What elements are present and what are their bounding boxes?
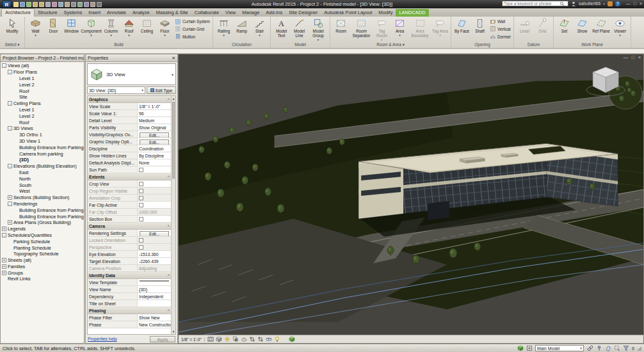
tree-item-east[interactable]: East — [1, 170, 84, 176]
application-menu-button[interactable]: R — [2, 1, 12, 8]
property-value[interactable] — [138, 300, 171, 307]
drawing-area[interactable]: —□× 1/8" = 1'-0" — [178, 54, 644, 344]
measure-icon[interactable] — [52, 2, 57, 7]
tree-item-building-entrance-from-parking-lot[interactable]: Building Entrance from Parking Lot — [1, 213, 84, 220]
mullion-button[interactable]: Mullion — [175, 33, 210, 40]
scrollbar-thumb[interactable] — [172, 102, 175, 179]
modify-button[interactable]: Modify — [2, 17, 22, 41]
tree-item-floor-plans[interactable]: -Floor Plans — [1, 69, 84, 76]
wall-button[interactable]: Wall — [490, 18, 511, 25]
property-value[interactable]: Medium — [138, 117, 171, 124]
tree-item-renderings[interactable]: -Renderings — [1, 201, 84, 207]
filter-icon[interactable] — [622, 345, 629, 352]
edit-type-button[interactable]: Edit Type — [147, 86, 176, 94]
panel-label-select[interactable]: Select ▾ — [0, 41, 24, 48]
view-selector-combo[interactable]: 3D View: {3D} ▾ — [87, 86, 145, 94]
tab-manage[interactable]: Manage — [239, 9, 262, 17]
tree-item-views-all[interactable]: -Views (all) — [1, 63, 84, 69]
collapse-icon[interactable]: - — [8, 101, 12, 106]
collapse-icon[interactable]: - — [8, 202, 12, 206]
model-line-button[interactable]: Model Line — [291, 17, 308, 41]
collapse-icon[interactable]: - — [8, 126, 12, 131]
expand-icon[interactable]: + — [2, 264, 6, 269]
tree-item-topography-schedule[interactable]: Topography Schedule — [1, 251, 84, 257]
tag-by-category-icon[interactable] — [65, 2, 70, 7]
view-minimize-icon[interactable]: — — [624, 55, 628, 60]
account-caret-icon[interactable]: ▾ — [603, 2, 605, 6]
window-button[interactable]: Window — [63, 17, 80, 41]
tree-item-level-2[interactable]: Level 2 — [1, 81, 84, 88]
collapse-section-icon[interactable]: ^ — [168, 175, 170, 179]
search-input[interactable] — [504, 1, 560, 6]
tree-item-building-entrance-from-parking-lo[interactable]: Building Entrance from Parking Lo — [1, 144, 84, 150]
crop-view-icon[interactable] — [248, 336, 256, 343]
default-3d-view-icon[interactable] — [77, 2, 83, 7]
tree-item-legends[interactable]: +Legends — [1, 226, 84, 232]
view-template-edit-button[interactable] — [140, 280, 169, 282]
component-button[interactable]: Component▾ — [81, 17, 102, 41]
select-pinned-elements-icon[interactable] — [595, 345, 602, 352]
sun-path-icon[interactable] — [223, 336, 231, 343]
tree-item-west[interactable]: West — [1, 188, 84, 195]
window-close-icon[interactable]: × — [640, 1, 642, 6]
property-value[interactable] — [138, 216, 171, 222]
floor-button[interactable]: Floor▾ — [156, 17, 173, 41]
panel-label-work-plane[interactable]: Work Plane — [554, 41, 631, 48]
tree-item-level-1[interactable]: Level 1 — [1, 76, 84, 82]
property-value[interactable] — [138, 279, 171, 285]
tab-insert[interactable]: Insert — [85, 9, 104, 17]
tree-item-north[interactable]: North — [1, 175, 84, 182]
communication-center-icon[interactable] — [608, 1, 613, 6]
tree-item-level-1[interactable]: Level 1 — [1, 107, 84, 113]
tree-item-south[interactable]: South — [1, 182, 84, 188]
property-value[interactable]: {3D} — [138, 286, 171, 292]
3d-scene[interactable] — [179, 54, 643, 335]
section-camera[interactable]: Camera^ — [88, 223, 171, 230]
expand-icon[interactable]: + — [2, 227, 6, 231]
property-value[interactable]: New Construction — [138, 321, 171, 328]
set-button[interactable]: Set — [556, 17, 573, 41]
property-value[interactable]: None — [138, 159, 171, 166]
show-crop-region-icon[interactable] — [257, 336, 264, 343]
ref-plane-button[interactable]: Ref Plane — [592, 17, 611, 41]
properties-header[interactable]: Properties ✕ — [86, 54, 177, 62]
ceiling-button[interactable]: Ceiling — [138, 17, 156, 41]
open-icon[interactable] — [13, 2, 19, 7]
tab-site-designer[interactable]: Site Designer — [286, 9, 321, 17]
property-value[interactable]: -1513.360 — [138, 251, 171, 257]
tree-item-planting-schedule[interactable]: Planting Schedule — [1, 244, 84, 251]
by-face-button[interactable]: By Face — [453, 17, 471, 41]
aligned-dimension-icon[interactable] — [58, 2, 63, 7]
collapse-section-icon[interactable]: ^ — [168, 97, 170, 102]
design-options-icon[interactable] — [526, 345, 533, 352]
text-icon[interactable] — [71, 2, 76, 7]
far-clip-active-checkbox[interactable] — [139, 203, 143, 207]
tree-item-families[interactable]: +Families — [1, 264, 84, 270]
column-button[interactable]: Column▾ — [102, 17, 120, 41]
sun-path-checkbox[interactable] — [139, 168, 143, 172]
tab-annotate[interactable]: Annotate — [104, 9, 129, 17]
section-graphics[interactable]: Graphics^ — [88, 96, 171, 103]
property-value[interactable]: Show New — [138, 314, 171, 321]
sync-with-central-icon[interactable] — [26, 2, 31, 7]
property-value[interactable]: 1/8" = 1'-0" — [138, 103, 171, 109]
property-value[interactable]: Independent — [138, 293, 171, 300]
property-value[interactable]: -2260.439 — [138, 258, 171, 264]
ramp-button[interactable]: Ramp — [233, 17, 250, 41]
properties-help-link[interactable]: Properties help — [88, 337, 117, 341]
collapse-icon[interactable]: - — [8, 70, 12, 74]
help-icon[interactable]: ? — [615, 1, 620, 6]
collapse-icon[interactable]: - — [2, 63, 6, 68]
worksets-icon[interactable] — [517, 345, 524, 352]
collapse-section-icon[interactable]: ^ — [168, 273, 170, 278]
tab-autodesk-point-layout[interactable]: Autodesk Point Layout — [321, 9, 375, 17]
thin-lines-icon[interactable] — [90, 2, 95, 7]
property-value[interactable]: Edit... — [138, 138, 171, 145]
tab-structure[interactable]: Structure — [35, 9, 60, 17]
tree-item-sections-building-section[interactable]: +Sections (Building Section) — [1, 195, 84, 201]
wall-button[interactable]: Wall▾ — [27, 17, 44, 41]
viewer-button[interactable]: Viewer▾ — [611, 17, 629, 41]
section-phasing[interactable]: Phasing^ — [88, 307, 171, 314]
window-restore-icon[interactable]: □ — [634, 1, 636, 6]
chevron-down-icon[interactable]: ▾ — [172, 72, 173, 77]
